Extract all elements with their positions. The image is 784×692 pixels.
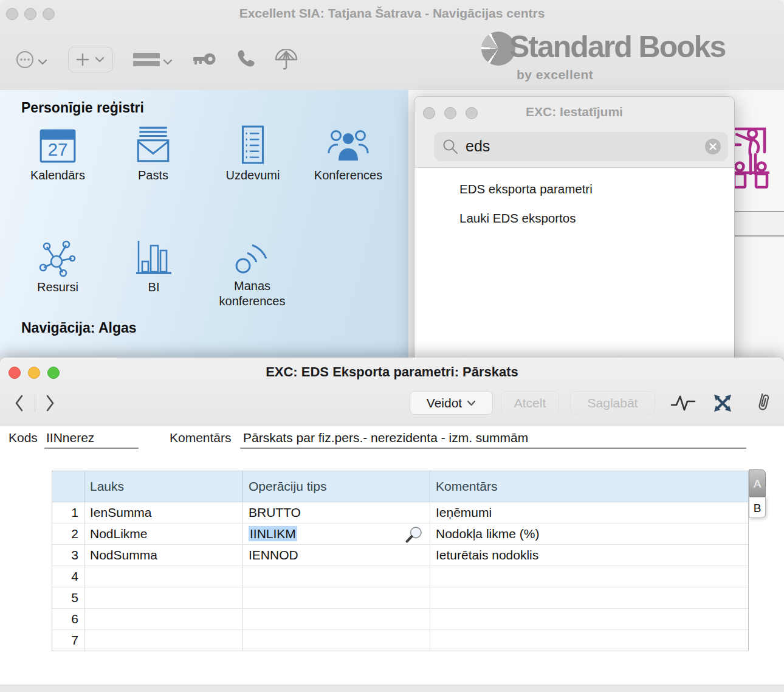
save-button-label: Saglabāt <box>588 396 638 410</box>
nav-item-uzdevumi[interactable]: Uzdevumi <box>207 124 298 183</box>
create-button[interactable]: Veidot <box>410 391 493 415</box>
nav-item-kalendars[interactable]: 27 Kalendārs <box>12 124 103 183</box>
flip-tab-b[interactable]: B <box>749 497 766 518</box>
cell-tips[interactable] <box>242 566 430 587</box>
cell-komentars[interactable]: Ieņēmumi <box>430 502 748 523</box>
row-number: 4 <box>52 566 84 587</box>
row-number: 5 <box>52 587 84 608</box>
cell-komentars[interactable]: Ieturētais nodoklis <box>430 545 748 566</box>
column-header-komentars[interactable]: Komentārs <box>430 471 748 502</box>
people-icon <box>326 124 370 165</box>
table-row[interactable]: 4 <box>52 566 748 587</box>
comment-field-underline <box>240 448 746 449</box>
personal-registers-title: Personīgie reģistri <box>21 100 144 116</box>
cell-komentars[interactable] <box>430 609 748 629</box>
search-value: eds <box>466 137 490 155</box>
save-button[interactable]: Saglabāt <box>570 391 655 415</box>
cell-lauks[interactable] <box>84 609 242 629</box>
search-result-eds-eksporta-parametri[interactable]: EDS eksporta parametri <box>459 182 593 196</box>
cell-lauks[interactable]: NodLikme <box>84 524 242 544</box>
table-row[interactable]: 3 NodSumma IENNOD Ieturētais nodoklis <box>52 545 748 566</box>
key-icon[interactable] <box>192 51 216 71</box>
main-window-titlebar: Excellent SIA: Tatjana Šatrava - Navigāc… <box>0 0 784 91</box>
nav-divider <box>35 394 35 412</box>
record-window: EXC: EDS Eksporta parametri: Pārskats Ve… <box>0 358 784 685</box>
cancel-button[interactable]: Atcelt <box>501 391 559 415</box>
search-input[interactable]: eds <box>434 132 728 161</box>
broadcast-icon <box>233 236 272 276</box>
nav-item-konferences[interactable]: Konferences <box>303 124 394 183</box>
table-row[interactable]: 5 <box>52 587 748 609</box>
cell-lauks[interactable] <box>84 587 242 608</box>
navigation-panel: Personīgie reģistri 27 Kalendārs Pasts U… <box>0 90 408 358</box>
table-row[interactable]: 2 NodLikme IINLIKM Nodokļa likme (%) <box>52 524 748 545</box>
standard-books-logo-text: Standard Books <box>509 29 725 64</box>
nav-item-bi[interactable]: BI <box>108 240 199 295</box>
record-window-header: EXC: EDS Eksporta parametri: Pārskats Ve… <box>0 358 784 426</box>
table-row[interactable]: 7 <box>52 630 748 651</box>
training-presenter-icon <box>732 120 769 189</box>
cell-tips[interactable]: IENNOD <box>242 545 430 566</box>
comment-field-value[interactable]: Pārskats par fiz.pers.- nerezidenta - iz… <box>243 431 528 445</box>
chevron-down-icon[interactable] <box>163 57 173 67</box>
menu-icon[interactable] <box>132 52 160 70</box>
cell-lauks[interactable] <box>84 630 242 651</box>
cell-komentars[interactable] <box>430 587 748 608</box>
chevron-down-icon <box>95 57 105 63</box>
search-icon <box>442 139 458 154</box>
nav-item-label: Resursi <box>12 280 103 295</box>
add-button[interactable] <box>68 47 113 72</box>
cell-tips[interactable]: BRUTTO <box>242 502 430 523</box>
paperclip-icon[interactable] <box>755 392 773 417</box>
nav-item-label: Manas konferences <box>207 279 298 309</box>
paste-special-magnifier-icon[interactable] <box>405 525 424 544</box>
flip-tab-a[interactable]: A <box>749 469 766 497</box>
code-field-label: Kods <box>9 431 38 445</box>
column-header-lauks[interactable]: Lauks <box>84 471 242 502</box>
expand-icon[interactable] <box>712 393 733 416</box>
chevron-down-icon[interactable] <box>38 57 47 67</box>
record-window-title: EXC: EDS Eksporta parametri: Pārskats <box>0 364 784 380</box>
phone-icon[interactable] <box>236 49 255 71</box>
back-button[interactable] <box>13 394 26 415</box>
nav-item-pasts[interactable]: Pasts <box>108 124 199 183</box>
nav-item-manas-konferences[interactable]: Manas konferences <box>207 236 298 309</box>
forward-button[interactable] <box>44 394 56 415</box>
cell-komentars[interactable]: Nodokļa likme (%) <box>430 524 748 544</box>
search-result-lauki-eds-eksportos[interactable]: Lauki EDS eksportos <box>459 211 576 226</box>
nav-item-resursi[interactable]: Resursi <box>12 240 103 295</box>
cell-tips[interactable] <box>242 587 430 608</box>
network-icon <box>38 240 77 277</box>
calendar-icon: 27 <box>38 124 78 165</box>
row-number: 1 <box>52 502 84 523</box>
table-row[interactable]: 1 IenSumma BRUTTO Ieņēmumi <box>52 502 748 524</box>
nav-item-label: Uzdevumi <box>207 168 298 183</box>
cell-komentars[interactable] <box>430 566 748 587</box>
column-header-operaciju-tips[interactable]: Operāciju tips <box>242 471 430 502</box>
screen: Excellent SIA: Tatjana Šatrava - Navigāc… <box>0 0 784 692</box>
nav-item-label: Pasts <box>108 168 199 183</box>
settings-titlebar: EXC: Iestatījumi eds <box>414 97 734 168</box>
create-button-label: Veidot <box>427 396 462 410</box>
cell-tips[interactable] <box>242 609 430 629</box>
clear-search-button[interactable] <box>705 139 721 154</box>
cell-lauks[interactable]: IenSumma <box>84 502 242 523</box>
activity-icon[interactable] <box>670 394 696 415</box>
umbrella-icon[interactable] <box>275 49 298 72</box>
code-field-value[interactable]: IINnerez <box>46 431 94 445</box>
row-number-header <box>52 471 84 502</box>
cancel-button-label: Atcelt <box>514 396 546 410</box>
cell-lauks[interactable] <box>84 566 242 587</box>
chevron-down-icon <box>467 400 476 406</box>
cell-tips[interactable] <box>242 630 430 651</box>
nav-algas-title: Navigācija: Algas <box>21 320 137 336</box>
cell-komentars[interactable] <box>430 630 748 651</box>
nav-item-label: BI <box>108 280 199 295</box>
bar-chart-icon <box>134 240 173 277</box>
tasks-icon <box>233 124 273 165</box>
table-row[interactable]: 6 <box>52 609 748 630</box>
cell-tips-selected[interactable]: IINLIKM <box>242 524 430 544</box>
more-circle-icon[interactable] <box>15 50 35 72</box>
close-icon <box>705 139 721 154</box>
cell-lauks[interactable]: NodSumma <box>84 545 242 566</box>
